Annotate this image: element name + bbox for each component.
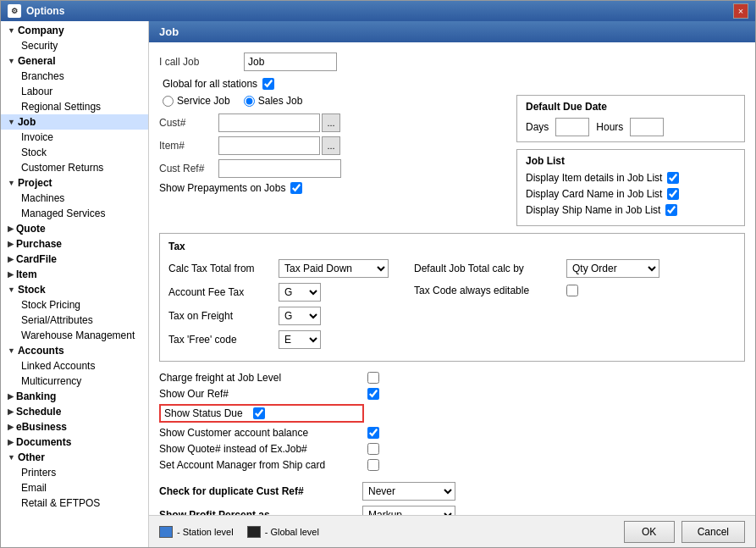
sidebar-item-banking[interactable]: ▶ Banking [1,389,148,404]
sidebar-item-machines[interactable]: Machines [1,191,148,206]
sidebar-item-stock2[interactable]: ▼ Stock [1,282,148,297]
i-call-job-input[interactable] [244,53,337,71]
options-window: ⚙ Options × ▼ Company Security ▼ General… [0,0,756,548]
sidebar-label: eBusiness [16,421,67,433]
jl-item1-checkbox[interactable] [667,172,679,184]
sidebar-item-regional[interactable]: Regional Settings [1,99,148,114]
sidebar-item-customer-returns[interactable]: Customer Returns [1,160,148,175]
sidebar-item-documents[interactable]: ▶ Documents [1,435,148,450]
sidebar-item-stock[interactable]: Stock [1,145,148,160]
sidebar-item-cardfile[interactable]: ▶ CardFile [1,252,148,267]
service-job-radio[interactable] [163,96,174,107]
sidebar-label: Purchase [16,238,62,250]
show-profit-row: Show Profit Percent as Markup Margin [159,506,745,515]
left-col: Service Job Sales Job Cust# [159,95,506,226]
sidebar-item-project[interactable]: ▼ Project [1,175,148,191]
sidebar-item-other[interactable]: ▼ Other [1,450,148,465]
calc-tax-select[interactable]: Tax Paid Down Line Items Invoice Total [279,259,389,278]
show-customer-balance-checkbox[interactable] [367,427,379,439]
close-button[interactable]: × [733,3,748,19]
show-quote-checkbox[interactable] [367,443,379,455]
item-input[interactable] [218,136,320,155]
check-duplicate-label: Check for duplicate Cust Ref# [159,485,362,497]
sidebar-item-accounts[interactable]: ▼ Accounts [1,343,148,358]
radio-row: Service Job Sales Job [159,95,506,107]
sidebar-item-general[interactable]: ▼ General [1,53,148,69]
sales-job-radio-label[interactable]: Sales Job [244,95,303,107]
hours-input[interactable] [630,118,664,136]
show-our-ref-label: Show Our Ref# [159,388,362,400]
title-bar-left: ⚙ Options [8,4,64,18]
tax-right: Default Job Total calc by Qty Order Qty … [414,259,659,354]
sidebar-label: Project [18,177,52,189]
job-list-section: Job List Display Item details in Job Lis… [516,149,745,226]
prepayments-checkbox[interactable] [290,182,302,194]
global-checkbox[interactable] [262,78,274,90]
sidebar-label: Quote [16,223,46,235]
sidebar-item-email[interactable]: Email [1,480,148,495]
item-row: Item# ... [159,136,506,155]
cancel-button[interactable]: Cancel [682,521,745,543]
sidebar-item-ebusiness[interactable]: ▶ eBusiness [1,419,148,435]
expand-icon: ▼ [8,179,15,187]
sidebar-item-printers[interactable]: Printers [1,465,148,480]
charge-freight-checkbox[interactable] [367,372,379,384]
item-ellipsis-button[interactable]: ... [322,136,340,155]
sidebar-item-job[interactable]: ▼ Job [1,114,148,130]
sidebar-label: Printers [21,467,56,479]
sidebar-item-company[interactable]: ▼ Company [1,23,148,38]
tax-free-select[interactable]: E G [279,330,321,349]
sidebar-item-labour[interactable]: Labour [1,84,148,99]
sidebar-item-invoice[interactable]: Invoice [1,130,148,145]
ok-button[interactable]: OK [624,521,675,543]
sidebar-item-security[interactable]: Security [1,38,148,53]
sidebar-label: Warehouse Management [21,329,135,341]
jl-item3-checkbox[interactable] [665,204,677,216]
sidebar-label: Stock [21,147,47,158]
expand-icon: ▼ [8,453,15,462]
sidebar-item-serial-attributes[interactable]: Serial/Attributes [1,313,148,328]
job-panel-header: Job [149,21,755,42]
cust-ref-input[interactable] [218,159,341,178]
sidebar-label: Schedule [16,406,61,418]
top-two-col: Service Job Sales Job Cust# [159,95,745,226]
sidebar-item-branches[interactable]: Branches [1,69,148,84]
dropdown-section: Check for duplicate Cust Ref# Never Warn… [159,479,745,515]
sidebar-item-purchase[interactable]: ▶ Purchase [1,236,148,252]
sidebar-label: Linked Accounts [21,360,95,372]
sidebar-label: Job [18,116,36,128]
show-our-ref-checkbox[interactable] [367,388,379,400]
sidebar-item-retail[interactable]: Retail & EFTPOS [1,495,148,511]
expand-icon: ▼ [8,346,15,355]
show-status-due-checkbox[interactable] [253,407,265,419]
sidebar-item-warehouse[interactable]: Warehouse Management [1,328,148,343]
days-input[interactable] [555,118,589,136]
tax-section: Tax Calc Tax Total from Tax Paid Down Li… [159,233,745,362]
sales-job-radio[interactable] [244,96,255,107]
sidebar-item-linked-accounts[interactable]: Linked Accounts [1,358,148,374]
set-account-manager-checkbox[interactable] [367,459,379,471]
sidebar-item-managed-services[interactable]: Managed Services [1,206,148,221]
tax-code-checkbox[interactable] [566,285,578,296]
check-duplicate-select[interactable]: Never Warn Prevent [362,482,455,501]
sidebar-item-quote[interactable]: ▶ Quote [1,221,148,236]
cust-ellipsis-button[interactable]: ... [322,113,340,132]
cust-input[interactable] [218,113,320,132]
jl-item2-checkbox[interactable] [667,188,679,200]
prepayments-row: Show Prepayments on Jobs [159,182,506,194]
tax-freight-select[interactable]: G E [279,307,321,325]
jl-item3-label: Display Ship Name in Job List [526,204,660,216]
sidebar-item-item[interactable]: ▶ Item [1,267,148,282]
sidebar-label: General [18,55,56,67]
sidebar-item-multicurrency[interactable]: Multicurrency [1,374,148,389]
sidebar-item-stock-pricing[interactable]: Stock Pricing [1,297,148,313]
sidebar-item-schedule[interactable]: ▶ Schedule [1,404,148,419]
legend-global-label: - Global level [265,527,319,537]
service-job-radio-label[interactable]: Service Job [163,95,230,107]
default-total-select[interactable]: Qty Order Qty Invoice [566,259,659,278]
account-fee-row: Account Fee Tax G E [168,283,389,302]
service-job-label: Service Job [177,95,230,107]
sidebar-label: Documents [16,436,71,448]
show-profit-select[interactable]: Markup Margin [362,506,455,515]
account-fee-select[interactable]: G E [279,283,321,302]
